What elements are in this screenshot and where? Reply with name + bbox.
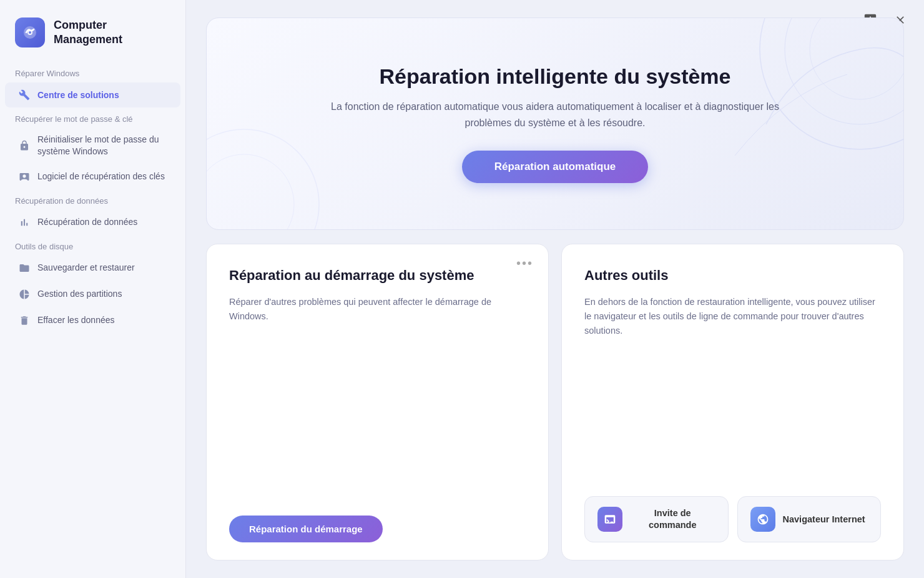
sidebar: Computer Management Réparer Windows Cent… bbox=[0, 0, 186, 578]
svg-point-6 bbox=[206, 129, 319, 230]
section-label-reparer: Réparer Windows bbox=[0, 62, 185, 82]
sidebar-item-label-sauvegarder: Sauvegarder et restaurer bbox=[37, 262, 135, 274]
svg-point-4 bbox=[785, 17, 904, 124]
sidebar-item-effacer[interactable]: Effacer les données bbox=[5, 308, 180, 333]
startup-repair-desc: Réparer d'autres problèmes qui peuvent a… bbox=[229, 295, 526, 498]
wrench-icon bbox=[17, 88, 31, 102]
invite-commande-label: Invite de commande bbox=[630, 507, 715, 531]
sidebar-item-label-effacer: Effacer les données bbox=[37, 314, 115, 326]
sidebar-item-label-partitions: Gestion des partitions bbox=[37, 288, 122, 300]
trash-icon bbox=[17, 314, 31, 327]
globe-icon bbox=[750, 507, 775, 532]
terminal-icon bbox=[597, 507, 622, 532]
sidebar-item-sauvegarder[interactable]: Sauvegarder et restaurer bbox=[5, 256, 180, 281]
invite-commande-button[interactable]: Invite de commande bbox=[584, 496, 729, 542]
hero-card: Réparation intelligente du système La fo… bbox=[206, 17, 904, 230]
startup-repair-button[interactable]: Réparation du démarrage bbox=[229, 516, 383, 542]
app-logo bbox=[15, 17, 45, 47]
sidebar-item-label-recuperation: Récupération de données bbox=[37, 216, 137, 228]
main-content: Réparation intelligente du système La fo… bbox=[186, 0, 924, 578]
svg-point-7 bbox=[206, 154, 294, 230]
hero-title: Réparation intelligente du système bbox=[379, 64, 730, 89]
sidebar-item-reinitialiser[interactable]: Réinitialiser le mot de passe du système… bbox=[5, 128, 180, 163]
svg-point-2 bbox=[29, 31, 31, 34]
svg-point-5 bbox=[810, 17, 904, 99]
other-tools-card: Autres outils En dehors de la fonction d… bbox=[561, 244, 904, 561]
auto-repair-button[interactable]: Réparation automatique bbox=[462, 151, 649, 183]
key-icon bbox=[17, 170, 31, 184]
sidebar-header: Computer Management bbox=[0, 0, 185, 62]
startup-repair-card: ••• Réparation au démarrage du système R… bbox=[206, 244, 549, 561]
sidebar-item-label-centre: Centre de solutions bbox=[37, 89, 119, 101]
navigateur-internet-button[interactable]: Navigateur Internet bbox=[737, 496, 882, 542]
chart-bar-icon bbox=[17, 216, 31, 229]
sidebar-item-label-reinitialiser: Réinitialiser le mot de passe du système… bbox=[37, 134, 168, 157]
sidebar-item-recuperation[interactable]: Récupération de données bbox=[5, 210, 180, 235]
more-options-button[interactable]: ••• bbox=[516, 257, 533, 269]
lock-icon bbox=[17, 139, 31, 152]
app-title: Computer Management bbox=[54, 18, 170, 47]
other-tools-title: Autres outils bbox=[584, 267, 881, 285]
section-label-disque: Outils de disque bbox=[0, 236, 185, 255]
sidebar-item-logiciel-recuperation[interactable]: Logiciel de récupération des clés bbox=[5, 164, 180, 189]
pie-chart-icon bbox=[17, 287, 31, 301]
cards-row: ••• Réparation au démarrage du système R… bbox=[206, 244, 904, 561]
startup-repair-title: Réparation au démarrage du système bbox=[229, 267, 526, 285]
sidebar-item-centre-solutions[interactable]: Centre de solutions bbox=[5, 82, 180, 107]
other-tools-desc: En dehors de la fonction de restauration… bbox=[584, 295, 881, 469]
navigateur-internet-label: Navigateur Internet bbox=[783, 514, 865, 526]
svg-point-3 bbox=[760, 17, 904, 149]
tools-row: Invite de commande Navigateur Internet bbox=[584, 486, 881, 542]
sidebar-item-partitions[interactable]: Gestion des partitions bbox=[5, 282, 180, 307]
section-label-donnees: Récupération de données bbox=[0, 190, 185, 209]
sidebar-item-label-logiciel: Logiciel de récupération des clés bbox=[37, 171, 165, 182]
section-label-password: Récupérer le mot de passe & clé bbox=[0, 108, 185, 127]
hero-subtitle: La fonction de réparation automatique vo… bbox=[330, 99, 780, 131]
folder-icon bbox=[17, 261, 31, 275]
